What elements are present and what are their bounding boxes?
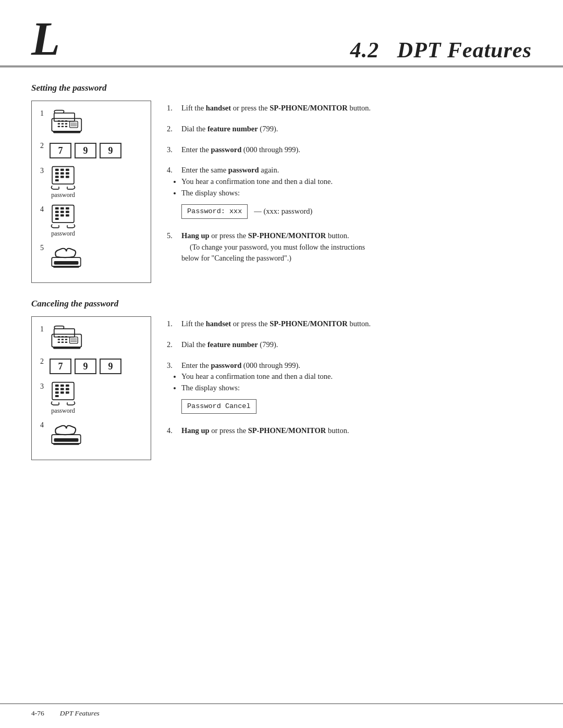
svg-rect-31 <box>55 211 59 213</box>
svg-rect-21 <box>60 172 64 175</box>
diagram2-step-4: 4 <box>40 420 142 447</box>
diagram-step-2: 2 7 9 9 <box>40 141 142 161</box>
keypad-label-3: password <box>51 407 75 415</box>
svg-rect-60 <box>66 385 69 387</box>
svg-rect-64 <box>55 391 59 393</box>
section2-instructions: 1. Lift the handset or press the SP-PHON… <box>167 316 532 446</box>
diagram-step-3: 3 <box>40 166 142 199</box>
diagram2-step-2: 2 7 9 9 <box>40 356 142 376</box>
svg-rect-46 <box>58 339 60 340</box>
svg-rect-18 <box>60 169 64 171</box>
btn2-9b: 9 <box>100 359 121 374</box>
inst1-step4: 4. Enter the same password again. You he… <box>167 165 532 221</box>
svg-rect-69 <box>54 438 79 442</box>
svg-rect-24 <box>60 176 64 178</box>
svg-rect-58 <box>55 385 59 387</box>
keypad-label-2: password <box>51 230 75 238</box>
svg-rect-19 <box>66 169 69 171</box>
inst2-step2: 2. Dial the feature number (799). <box>167 339 532 351</box>
hang-up-icon-1 <box>50 243 83 270</box>
hang-up-icon-2 <box>50 420 83 447</box>
btn-9b: 9 <box>100 143 121 158</box>
svg-rect-67 <box>55 395 59 397</box>
section1-title: Setting the password <box>31 83 532 93</box>
page-header: L 4.2 DPT Features <box>0 0 563 67</box>
inst2-step4: 4. Hang up or press the SP-PHONE/MONITOR… <box>167 425 532 437</box>
section1-diagram: 1 <box>31 101 151 283</box>
diagram-step-5: 5 <box>40 243 142 270</box>
svg-rect-6 <box>62 123 64 125</box>
svg-rect-23 <box>55 176 59 178</box>
svg-rect-45 <box>65 336 67 338</box>
display-password-xxx: Password: xxx <box>181 204 248 219</box>
svg-rect-47 <box>62 339 64 340</box>
svg-rect-36 <box>66 214 69 216</box>
inst1-step2: 2. Dial the feature number (799). <box>167 124 532 135</box>
svg-rect-5 <box>58 123 60 125</box>
svg-rect-22 <box>66 172 69 175</box>
diagram2-step-1: 1 <box>40 324 142 351</box>
keypad-label-1: password <box>51 191 75 199</box>
inst1-step5: 5. Hang up or press the SP-PHONE/MONITOR… <box>167 230 532 264</box>
svg-rect-15 <box>53 131 81 133</box>
svg-rect-29 <box>60 207 64 209</box>
footer-title: DPT Features <box>60 709 100 718</box>
header-title: 4.2 DPT Features <box>350 38 532 63</box>
svg-rect-1 <box>54 113 75 121</box>
keypad-icon-2 <box>50 204 77 228</box>
sub-note-1: (To change your password, you must follo… <box>181 243 365 263</box>
inst2-step3: 3. Enter the password (000 through 999).… <box>167 360 532 416</box>
svg-rect-49 <box>58 341 60 343</box>
main-content: Setting the password 1 <box>0 67 563 507</box>
svg-rect-62 <box>60 388 64 390</box>
svg-rect-17 <box>55 169 59 171</box>
section2-layout: 1 <box>31 316 532 460</box>
svg-rect-32 <box>60 211 64 213</box>
svg-rect-25 <box>66 176 69 178</box>
svg-rect-3 <box>62 120 64 122</box>
svg-rect-9 <box>62 126 64 127</box>
num-buttons-section2: 7 9 9 <box>50 359 121 374</box>
svg-rect-20 <box>55 172 59 175</box>
section-canceling-password: Canceling the password 1 <box>31 299 532 460</box>
diagram-step-1: 1 <box>40 108 142 135</box>
svg-rect-8 <box>58 126 60 127</box>
diagram2-step-3: 3 <box>40 381 142 415</box>
svg-rect-26 <box>55 179 59 181</box>
btn-9a: 9 <box>75 143 96 158</box>
header-letter: L <box>31 16 60 63</box>
svg-rect-43 <box>58 336 60 338</box>
btn2-9a: 9 <box>75 359 96 374</box>
svg-rect-66 <box>66 391 69 393</box>
svg-rect-61 <box>55 388 59 390</box>
svg-rect-35 <box>60 214 64 216</box>
inst2-step3-bullets: You hear a confirmation tone and then a … <box>181 371 333 394</box>
diagram-step-4: 4 <box>40 204 142 238</box>
svg-rect-33 <box>66 211 69 213</box>
svg-rect-51 <box>65 341 67 343</box>
svg-rect-56 <box>53 347 81 349</box>
svg-rect-34 <box>55 214 59 216</box>
page-footer: 4-76 DPT Features <box>0 704 563 718</box>
desk-phone-icon-2 <box>50 324 86 351</box>
svg-rect-39 <box>54 261 79 265</box>
section2-title: Canceling the password <box>31 299 532 309</box>
section2-diagram: 1 <box>31 316 151 460</box>
section1-layout: 1 <box>31 101 532 283</box>
svg-rect-30 <box>66 207 69 209</box>
num-buttons-section1: 7 9 9 <box>50 143 121 158</box>
svg-rect-63 <box>66 388 69 390</box>
keypad-icon-3 <box>50 381 77 405</box>
display-note: — (xxx: password) <box>254 206 312 217</box>
svg-rect-42 <box>54 329 75 337</box>
inst1-step3: 3. Enter the password (000 through 999). <box>167 144 532 156</box>
desk-phone-icon-1 <box>50 108 86 135</box>
display-password-cancel: Password Cancel <box>181 399 256 414</box>
svg-rect-7 <box>65 123 67 125</box>
inst1-step1: 1. Lift the handset or press the SP-PHON… <box>167 103 532 114</box>
svg-rect-59 <box>60 385 64 387</box>
svg-rect-37 <box>55 218 59 220</box>
section-setting-password: Setting the password 1 <box>31 83 532 283</box>
inst2-step1: 1. Lift the handset or press the SP-PHON… <box>167 318 532 330</box>
section1-instructions: 1. Lift the handset or press the SP-PHON… <box>167 101 532 274</box>
